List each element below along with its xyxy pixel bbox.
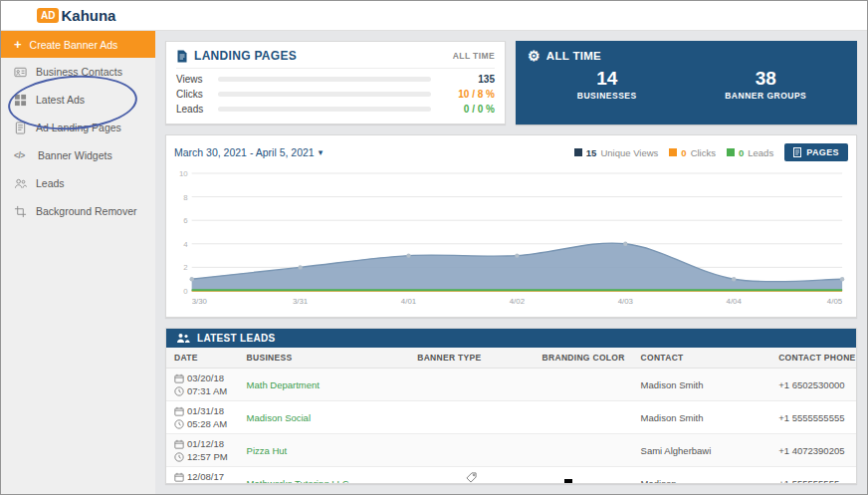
stat-value: 38 [687, 68, 846, 90]
business-link[interactable]: Mathworks Tutoring LLC [247, 478, 349, 485]
pages-button[interactable]: PAGES [784, 143, 848, 161]
col-contact-phone[interactable]: CONTACT PHONE [770, 348, 856, 369]
caret-down-icon: ▾ [319, 147, 324, 157]
top-bar: AD Kahuna [1, 1, 867, 31]
chart-header: March 30, 2021 - April 5, 2021 ▾ 15 Uniq… [174, 143, 848, 161]
clock-icon [174, 419, 184, 429]
legend-swatch [727, 148, 735, 156]
metric-label: Leads [176, 104, 210, 115]
lead-time: 08:29 AM [187, 483, 227, 484]
adkahuna-dashboard: AD Kahuna + Create Banner Ads Business C… [0, 0, 868, 495]
time-cell: 12:57 PM [174, 450, 231, 463]
lead-contact: Sami Algherbawi [641, 445, 712, 456]
traffic-chart: 02468103/303/314/014/024/034/044/05 [174, 165, 848, 313]
sidebar-item-label: Latest Ads [36, 94, 85, 106]
sidebar-item-business-contacts[interactable]: Business Contacts [1, 58, 155, 86]
legend-clicks[interactable]: 0 Clicks [669, 147, 716, 158]
stat-banner-groups: 38 BANNER GROUPS [687, 68, 846, 101]
time-cell: 07:31 AM [174, 384, 231, 397]
all-time-header: ⚙ ALL TIME [528, 49, 845, 63]
people-icon [14, 177, 27, 190]
all-time-stats: 14 BUSINESSES 38 BANNER GROUPS [528, 68, 845, 101]
lead-date: 01/31/18 [187, 404, 224, 417]
banner-type-cell: Offer [417, 472, 526, 485]
app-logo[interactable]: AD Kahuna [37, 7, 115, 24]
legend-swatch [574, 148, 582, 156]
col-contact[interactable]: CONTACT [633, 348, 771, 369]
sidebar-item-leads[interactable]: Leads [1, 169, 155, 197]
all-time-title: ALL TIME [546, 50, 601, 62]
landing-pages-period: ALL TIME [453, 51, 495, 61]
create-banner-ads-label: Create Banner Ads [30, 39, 118, 51]
col-business[interactable]: BUSINESS [239, 348, 410, 369]
sidebar-item-label: Banner Widgets [38, 149, 112, 161]
stat-label: BUSINESSES [528, 91, 687, 101]
sidebar-item-background-remover[interactable]: Background Remover [1, 197, 155, 225]
sidebar-item-label: Ad Landing Pages [36, 122, 121, 133]
legend-value: 15 [586, 147, 597, 158]
lead-date: 03/20/18 [187, 371, 224, 384]
lead-row: 01/31/18 05:28 AM Madison Social Madison… [166, 401, 856, 434]
file-icon [793, 147, 801, 157]
lead-row: 01/12/18 12:57 PM Pizza Hut Sami Algherb… [166, 434, 856, 467]
stat-businesses: 14 BUSINESSES [528, 68, 687, 101]
col-banner-type[interactable]: BANNER TYPE [409, 348, 534, 369]
legend-label: Clicks [691, 147, 716, 158]
metric-value: 135 [439, 74, 495, 85]
business-link[interactable]: Pizza Hut [247, 445, 288, 456]
legend-label: Leads [748, 147, 773, 158]
lead-phone: +1 555555555 [778, 478, 839, 485]
clicks-progress-track [218, 92, 431, 97]
metric-views: Views 135 [176, 74, 495, 85]
svg-text:3/31: 3/31 [293, 297, 309, 306]
landing-pages-header: LANDING PAGES ALL TIME [176, 49, 495, 69]
chart-legend: 15 Unique Views 0 Clicks 0 Leads [574, 143, 848, 161]
pages-button-label: PAGES [806, 147, 839, 157]
legend-leads[interactable]: 0 Leads [727, 147, 773, 158]
col-date[interactable]: DATE [166, 348, 239, 369]
legend-unique-views[interactable]: 15 Unique Views [574, 147, 659, 158]
lead-time: 12:57 PM [187, 450, 228, 463]
leads-progress-track [218, 107, 431, 112]
business-link[interactable]: Madison Social [247, 412, 311, 423]
svg-text:4/04: 4/04 [727, 297, 743, 306]
date-cell: 03/20/18 [174, 371, 231, 384]
sidebar-item-label: Leads [36, 177, 65, 189]
metric-value: 0 / 0 % [439, 104, 495, 115]
calendar-icon [174, 439, 184, 449]
svg-text:8: 8 [183, 193, 188, 202]
lead-date: 12/08/17 [187, 470, 224, 483]
create-banner-ads-button[interactable]: + Create Banner Ads [1, 31, 155, 58]
legend-value: 0 [681, 147, 686, 158]
date-range-dropdown[interactable]: March 30, 2021 - April 5, 2021 ▾ [174, 146, 323, 158]
sidebar-item-banner-widgets[interactable]: </> Banner Widgets [1, 141, 155, 169]
clock-icon [174, 452, 184, 462]
business-link[interactable]: Math Department [247, 379, 320, 390]
metric-clicks: Clicks 10 / 8 % [176, 89, 495, 100]
sidebar: + Create Banner Ads Business Contacts La… [1, 31, 155, 494]
svg-text:4: 4 [183, 240, 188, 249]
col-branding-color[interactable]: BRANDING COLOR [535, 348, 633, 369]
sidebar-item-ad-landing-pages[interactable]: Ad Landing Pages [1, 114, 155, 141]
svg-text:3/30: 3/30 [192, 297, 208, 306]
metric-label: Clicks [176, 89, 210, 100]
branding-color-swatch [564, 479, 572, 485]
clock-icon [174, 386, 184, 396]
legend-value: 0 [739, 147, 744, 158]
date-cell: 12/08/17 [174, 470, 231, 483]
lead-row: 03/20/18 07:31 AM Math Department Madiso… [166, 369, 856, 401]
svg-text:10: 10 [179, 169, 188, 178]
summary-row: LANDING PAGES ALL TIME Views 135 Clicks … [165, 41, 857, 124]
tag-icon [466, 472, 477, 483]
date-cell: 01/12/18 [174, 437, 231, 450]
svg-text:6: 6 [183, 216, 188, 225]
latest-leads-card: LATEST LEADS DATE BUSINESS BANNER TYPE B… [165, 328, 857, 484]
crop-icon [14, 205, 27, 218]
svg-text:2: 2 [183, 263, 187, 272]
contacts-icon [14, 66, 27, 79]
gear-icon: ⚙ [528, 49, 541, 63]
svg-text:4/01: 4/01 [401, 297, 417, 306]
legend-label: Unique Views [600, 147, 658, 158]
sidebar-item-latest-ads[interactable]: Latest Ads [1, 86, 155, 114]
page-icon [176, 50, 188, 63]
